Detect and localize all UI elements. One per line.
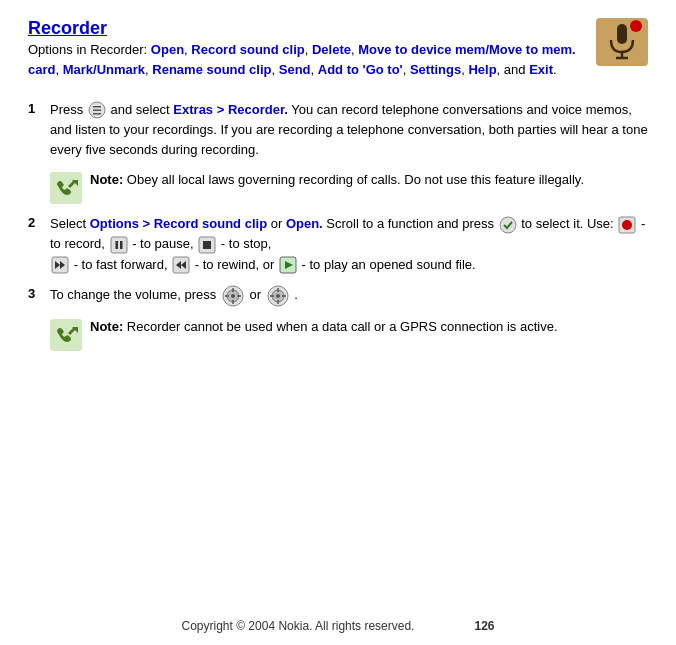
note-2-body: Recorder cannot be used when a data call… (127, 319, 558, 334)
header-row: Recorder Options in Recorder: Open, Reco… (28, 18, 648, 94)
svg-rect-16 (120, 241, 123, 249)
note-2-label: Note: (90, 319, 127, 334)
step-2-to-ff: - to fast forward, (74, 257, 172, 272)
step-2-number: 2 (28, 215, 50, 230)
svg-point-29 (231, 294, 235, 298)
stop-icon (198, 236, 216, 254)
recorder-icon (596, 18, 648, 66)
note-1-block: Note: Obey all local laws governing reco… (50, 170, 648, 204)
svg-rect-14 (111, 237, 127, 253)
page-title: Recorder (28, 18, 586, 40)
extras-icon (88, 101, 106, 119)
step-2-to-pause: - to pause, (132, 236, 197, 251)
option-record: Record sound clip (191, 42, 304, 57)
note-1-text: Note: Obey all local laws governing reco… (90, 170, 648, 190)
footer-page-number: 126 (474, 619, 494, 633)
options-line: Options in Recorder: Open, Record sound … (28, 40, 586, 80)
step-2-to-play: - to play an opened sound file. (302, 257, 476, 272)
step-3-end: . (294, 287, 298, 302)
svg-rect-9 (50, 172, 82, 204)
step-2-content: Select Options > Record sound clip or Op… (50, 214, 648, 274)
option-goto: Add to 'Go to' (318, 62, 403, 77)
step-2-highlight1: Options > Record sound clip (90, 216, 267, 231)
step-2-to-rw: - to rewind, or (195, 257, 278, 272)
note-2-container: Note: Recorder cannot be used when a dat… (28, 317, 648, 351)
vol-up-icon (222, 285, 244, 307)
option-settings: Settings (410, 62, 461, 77)
step-1-press: Press (50, 102, 87, 117)
svg-rect-1 (617, 24, 627, 44)
options-prefix: Options in Recorder: (28, 42, 147, 57)
option-rename: Rename sound clip (152, 62, 271, 77)
step-2: 2 Select Options > Record sound clip or … (28, 214, 648, 274)
fastforward-icon (51, 256, 69, 274)
step-2-highlight2: Open. (286, 216, 323, 231)
option-exit: Exit (529, 62, 553, 77)
note-1-body: Obey all local laws governing recording … (127, 172, 584, 187)
select-icon (499, 216, 517, 234)
option-send: Send (279, 62, 311, 77)
step-2-use: to select it. Use: (521, 216, 617, 231)
step-2-to-stop: - to stop, (221, 236, 272, 251)
step-1-number: 1 (28, 101, 50, 116)
rewind-icon (172, 256, 190, 274)
step-3-or: or (249, 287, 264, 302)
option-open: Open (151, 42, 184, 57)
option-mark: Mark/Unmark (63, 62, 145, 77)
step-3: 3 To change the volume, press or (28, 285, 648, 307)
note-1-icon (50, 172, 82, 204)
step-1: 1 Press and select Extras > Recorder. Yo… (28, 100, 648, 160)
step-2-or: or (271, 216, 286, 231)
svg-point-36 (276, 294, 280, 298)
footer-copyright: Copyright © 2004 Nokia. All rights reser… (182, 619, 415, 633)
svg-rect-6 (93, 106, 101, 108)
svg-rect-8 (93, 113, 101, 115)
step-1-content: Press and select Extras > Recorder. You … (50, 100, 648, 160)
vol-down-icon (267, 285, 289, 307)
note-2-text: Note: Recorder cannot be used when a dat… (90, 317, 648, 337)
step-1-highlight: Extras > Recorder. (173, 102, 288, 117)
step-2-scroll: Scroll to a function and press (326, 216, 497, 231)
page-content: Recorder Options in Recorder: Open, Reco… (0, 0, 676, 371)
note-2-icon (50, 319, 82, 351)
note-1-label: Note: (90, 172, 127, 187)
note-2-block: Note: Recorder cannot be used when a dat… (50, 317, 648, 351)
step-3-content: To change the volume, press or (50, 285, 648, 307)
step-1-and-select: and select (110, 102, 173, 117)
pause-icon (110, 236, 128, 254)
option-delete: Delete (312, 42, 351, 57)
svg-rect-18 (203, 241, 211, 249)
step-3-text: To change the volume, press (50, 287, 220, 302)
step-3-number: 3 (28, 286, 50, 301)
option-help: Help (468, 62, 496, 77)
step-2-select: Select (50, 216, 90, 231)
steps-list: 1 Press and select Extras > Recorder. Yo… (28, 100, 648, 351)
svg-rect-15 (115, 241, 118, 249)
svg-point-11 (500, 217, 516, 233)
record-icon (618, 216, 636, 234)
svg-rect-41 (50, 319, 82, 351)
note-1-container: Note: Obey all local laws governing reco… (28, 170, 648, 204)
play-icon (279, 256, 297, 274)
svg-point-13 (622, 220, 632, 230)
footer: Copyright © 2004 Nokia. All rights reser… (0, 619, 676, 633)
svg-rect-7 (93, 110, 101, 112)
svg-point-4 (630, 20, 642, 32)
